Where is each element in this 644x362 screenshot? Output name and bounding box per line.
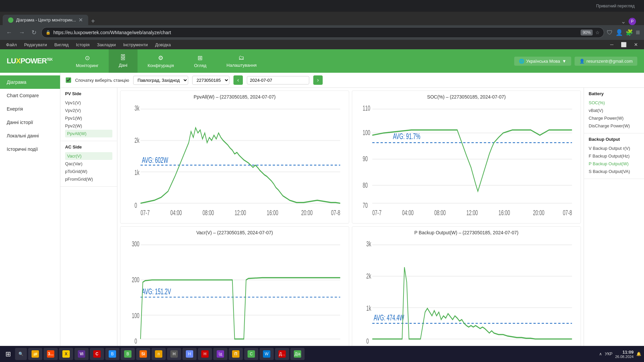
ac-qac[interactable]: Qac(Var) xyxy=(65,160,112,168)
pv-vpv2[interactable]: Vpv2(V) xyxy=(65,107,112,114)
battery-charge[interactable]: Charge Power(W) xyxy=(589,114,639,122)
ac-side-panel: AC Side Vacr(V) Qac(Var) pToGrid(W) pFro… xyxy=(60,141,117,187)
menu-edit[interactable]: Редагувати xyxy=(21,42,50,48)
sidebar-item-data-history[interactable]: Данні історії xyxy=(0,116,60,129)
sidebar-item-events[interactable]: Історичні події xyxy=(0,142,60,156)
svg-text:3k: 3k xyxy=(366,239,371,248)
taskbar-app5[interactable]: B xyxy=(105,348,119,360)
search-icon: 🔍 xyxy=(18,352,23,356)
ac-ptogrid[interactable]: pToGrid(W) xyxy=(65,168,112,175)
taskbar-app1[interactable]: З... xyxy=(44,348,58,360)
device-select[interactable]: 2273050185 xyxy=(192,76,229,85)
nav-config[interactable]: ⚙ Конфігурація xyxy=(138,49,184,73)
taskbar-app2[interactable]: X xyxy=(59,348,73,360)
lang-chevron-icon: ▼ xyxy=(562,59,567,64)
taskbar-search[interactable]: 🔍 xyxy=(15,348,27,360)
sidebar-item-diagram[interactable]: Діаграма xyxy=(0,75,60,89)
extensions-icon[interactable]: 🧩 xyxy=(626,29,633,36)
backup-p[interactable]: P Backup Output(W) xyxy=(589,160,639,168)
chart-soc-title: SOC(%) – (2273050185, 2024-07-07) xyxy=(356,94,577,100)
notifications-icon[interactable]: 🔔 xyxy=(636,352,641,356)
pv-vpv1[interactable]: Vpv1(V) xyxy=(65,99,112,107)
maximize-button[interactable]: ⬜ xyxy=(618,41,630,48)
taskbar-app3[interactable]: Vi xyxy=(74,348,89,360)
address-bar[interactable]: 🔒 https://eu.luxpowertek.com/WManage/web… xyxy=(41,27,604,38)
minimize-button[interactable]: ─ xyxy=(607,41,617,48)
menu-tools[interactable]: Інструменти xyxy=(120,42,151,48)
svg-text:0: 0 xyxy=(135,201,137,209)
menu-bookmarks[interactable]: Закладки xyxy=(94,42,119,48)
taskbar-app9[interactable]: Н xyxy=(167,348,181,360)
sidebar-item-local-data[interactable]: Локальні данні xyxy=(0,129,60,142)
menu-file[interactable]: Файл xyxy=(3,42,20,48)
taskbar-app11[interactable]: H xyxy=(198,348,212,360)
backup-s[interactable]: S Backup Output(VA) xyxy=(589,168,639,175)
url-display: https://eu.luxpowertek.com/WManage/web/a… xyxy=(53,30,578,35)
nav-overview[interactable]: ⊞ Огляд xyxy=(184,49,216,73)
new-tab-button[interactable]: + xyxy=(88,17,98,25)
prev-date-button[interactable]: ‹ xyxy=(233,75,243,85)
tab-menu-icon[interactable]: ⌄ xyxy=(621,18,626,25)
user-label: resurszentr@gmail.com xyxy=(587,59,633,64)
browser-toolbar: ← → ↻ 🔒 https://eu.luxpowertek.com/WMana… xyxy=(0,25,644,40)
nav-data[interactable]: 🗄 Дані xyxy=(109,49,138,73)
user-button[interactable]: 👤 resurszentr@gmail.com xyxy=(575,57,637,66)
ac-vacr[interactable]: Vacr(V) xyxy=(65,152,112,160)
taskbar-app10[interactable]: Н xyxy=(182,348,197,360)
taskbar-app7[interactable]: Si xyxy=(136,348,150,360)
lang-icon: 🌐 xyxy=(519,59,524,64)
taskbar-app14[interactable]: С xyxy=(244,348,258,360)
backup-v[interactable]: V Backup Output r(V) xyxy=(589,144,639,152)
right-panels: Battery SOC(%) vBat(V) Charge Power(W) D… xyxy=(584,88,644,362)
close-window-button[interactable]: ✕ xyxy=(631,41,641,48)
menu-help[interactable]: Довідка xyxy=(152,42,174,48)
pv-ppv2[interactable]: Ppv2(W) xyxy=(65,122,112,130)
taskbar-app15[interactable]: W xyxy=(260,348,274,360)
taskbar-icon-11: H xyxy=(201,350,209,358)
station-checkbox[interactable] xyxy=(66,77,71,83)
nav-settings[interactable]: 🗂 Налаштування xyxy=(216,49,267,73)
taskbar-app6[interactable]: B xyxy=(121,348,135,360)
account-icon[interactable]: 👤 xyxy=(615,29,623,36)
next-date-button[interactable]: › xyxy=(313,75,323,85)
taskbar-chevron-icon[interactable]: ∧ xyxy=(599,352,602,356)
menu-history[interactable]: Історія xyxy=(73,42,93,48)
taskbar-app4[interactable]: С xyxy=(90,348,104,360)
taskbar-app16[interactable]: Д... xyxy=(275,348,289,360)
chart-ppvall-svg: 3k 2k 1k 0 AVG: 6 xyxy=(124,102,345,221)
backup-f[interactable]: F Backup Output(Hz) xyxy=(589,152,639,160)
sidebar-item-chart-compare[interactable]: Chart Compare xyxy=(0,89,60,102)
svg-text:16:00: 16:00 xyxy=(267,208,278,217)
star-icon[interactable]: ☆ xyxy=(595,30,600,35)
language-button[interactable]: 🌐 Українська Мова ▼ xyxy=(514,57,571,66)
taskbar-app13[interactable]: П xyxy=(229,348,243,360)
svg-text:07-7: 07-7 xyxy=(372,208,381,217)
station-select[interactable]: Павлоград, Західнод xyxy=(133,76,188,85)
user-icon: 👤 xyxy=(579,59,585,64)
battery-discharge[interactable]: DisCharge Power(W) xyxy=(589,122,639,130)
pv-ppvall[interactable]: PpvAll(W) xyxy=(65,130,112,137)
taskbar-app8[interactable]: п xyxy=(152,348,166,360)
menu-view[interactable]: Вигляд xyxy=(51,42,72,48)
pv-ppv1[interactable]: Ppv1(W) xyxy=(65,114,112,122)
battery-soc[interactable]: SOC(%) xyxy=(589,99,639,107)
battery-vbat[interactable]: vBat(V) xyxy=(589,107,639,114)
taskbar: ⊞ 🔍 📁 З... X Vi С B B Si п Н Н H Ід П С xyxy=(0,346,644,362)
taskbar-app17[interactable]: Діа xyxy=(290,348,305,360)
date-input[interactable] xyxy=(247,76,309,84)
shield-icon[interactable]: 🛡 xyxy=(607,29,613,36)
profile-icon[interactable]: P xyxy=(629,18,636,25)
settings-icon: 🗂 xyxy=(238,54,245,61)
nav-monitoring[interactable]: ⊙ Моніторинг xyxy=(66,49,109,73)
sidebar-item-energy[interactable]: Енергія xyxy=(0,102,60,116)
taskbar-app12[interactable]: Ід xyxy=(213,348,227,360)
back-button[interactable]: ← xyxy=(4,28,14,38)
refresh-button[interactable]: ↻ xyxy=(30,27,39,38)
forward-button[interactable]: → xyxy=(17,28,27,38)
taskbar-file-explorer[interactable]: 📁 xyxy=(28,348,42,360)
ac-pfromgrid[interactable]: pFromGrid(W) xyxy=(65,175,112,183)
start-button[interactable]: ⊞ xyxy=(3,349,14,359)
menu-icon[interactable]: ≡ xyxy=(636,28,640,37)
active-tab[interactable]: Діаграма - Центр моніторин... ✕ xyxy=(3,15,88,25)
tab-close-button[interactable]: ✕ xyxy=(78,17,83,23)
